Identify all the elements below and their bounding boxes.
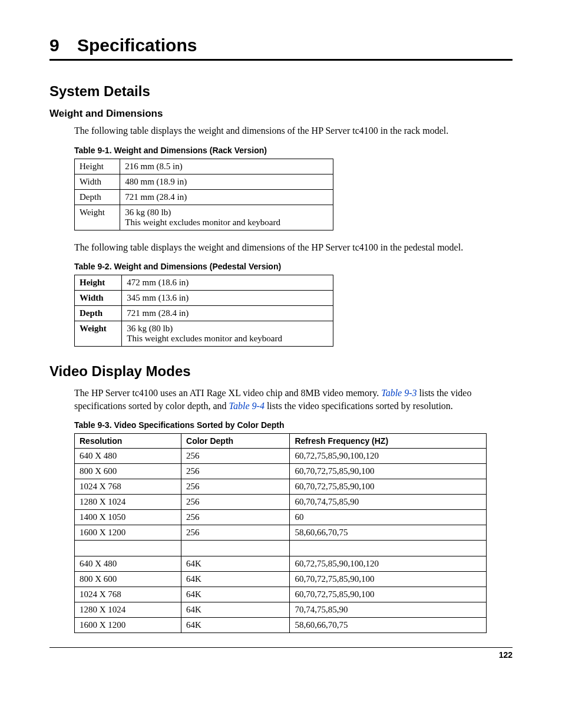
table-row: Weight 36 kg (80 lb) This weight exclude… [75, 205, 333, 230]
cell-res: 640 X 480 [75, 556, 181, 572]
cell-depth: 256 [181, 449, 290, 464]
cell-res: 640 X 480 [75, 449, 181, 464]
cell-label: Depth [75, 189, 120, 205]
weight-note: This weight excludes monitor and keyboar… [125, 218, 280, 227]
subsection-weight-dimensions: Weight and Dimensions [49, 108, 513, 120]
cell-depth: 256 [181, 464, 290, 479]
table-row: 1280 X 1024 256 60,70,74,75,85,90 [75, 495, 487, 510]
cell-label: Width [75, 174, 120, 189]
page-footer: 122 [49, 647, 513, 660]
table-row: 800 X 600 64K 60,70,72,75,85,90,100 [75, 572, 487, 587]
cell-label: Height [75, 159, 120, 174]
table-row: Depth 721 mm (28.4 in) [75, 189, 333, 205]
table-9-3-caption: Table 9-3. Video Specifications Sorted b… [74, 420, 513, 430]
para-pedestal-intro: The following table displays the weight … [74, 241, 513, 254]
table-9-2: Height 472 mm (18.6 in) Width 345 mm (13… [74, 275, 333, 347]
col-refresh-hz: Refresh Frequency (HZ) [290, 434, 487, 449]
chapter-number: 9 [49, 35, 59, 55]
cell-label: Width [75, 291, 122, 306]
table-9-2-caption: Table 9-2. Weight and Dimensions (Pedest… [74, 262, 513, 271]
cell-depth: 64K [181, 587, 290, 602]
cell-hz: 70,74,75,85,90 [290, 602, 487, 618]
cell-depth: 64K [181, 618, 290, 633]
cell-hz: 58,60,66,70,75 [290, 525, 487, 541]
blank-cell [290, 541, 487, 556]
cell-depth: 256 [181, 525, 290, 541]
table-row: 640 X 480 256 60,72,75,85,90,100,120 [75, 449, 487, 464]
chapter-title: Specifications [77, 35, 197, 55]
cell-label: Weight [75, 205, 120, 230]
para-video-intro: The HP Server tc4100 uses an ATI Rage XL… [74, 387, 513, 412]
blank-cell [181, 541, 290, 556]
cell-depth: 256 [181, 495, 290, 510]
weight-value: 36 kg (80 lb) [127, 324, 173, 333]
cell-value: 216 mm (8.5 in) [120, 159, 333, 174]
table-row: Height 472 mm (18.6 in) [75, 275, 333, 291]
cell-res: 1400 X 1050 [75, 510, 181, 525]
cell-value: 721 mm (28.4 in) [120, 189, 333, 205]
cell-value: 480 mm (18.9 in) [120, 174, 333, 189]
weight-note: This weight excludes monitor and keyboar… [127, 334, 282, 343]
cell-hz: 60 [290, 510, 487, 525]
cell-label: Depth [75, 306, 122, 321]
table-row: Width 480 mm (18.9 in) [75, 174, 333, 189]
cell-hz: 60,70,72,75,85,90,100 [290, 572, 487, 587]
section-system-details: System Details [49, 83, 513, 100]
cell-res: 800 X 600 [75, 464, 181, 479]
cell-hz: 60,72,75,85,90,100,120 [290, 556, 487, 572]
cell-label: Weight [75, 321, 122, 347]
cell-hz: 58,60,66,70,75 [290, 618, 487, 633]
table-row: 1280 X 1024 64K 70,74,75,85,90 [75, 602, 487, 618]
cell-hz: 60,70,72,75,85,90,100 [290, 479, 487, 495]
cell-value: 345 mm (13.6 in) [122, 291, 333, 306]
table-header-row: Resolution Color Depth Refresh Frequency… [75, 434, 487, 449]
table-row: 800 X 600 256 60,70,72,75,85,90,100 [75, 464, 487, 479]
table-row: 1600 X 1200 64K 58,60,66,70,75 [75, 618, 487, 633]
link-table-9-4[interactable]: Table 9-4 [229, 401, 265, 411]
cell-value: 36 kg (80 lb) This weight excludes monit… [120, 205, 333, 230]
blank-cell [75, 541, 181, 556]
table-9-1-caption: Table 9-1. Weight and Dimensions (Rack V… [74, 146, 513, 155]
cell-label: Height [75, 275, 122, 291]
cell-res: 1600 X 1200 [75, 618, 181, 633]
para-rack-intro: The following table displays the weight … [74, 124, 513, 137]
cell-res: 800 X 600 [75, 572, 181, 587]
cell-value: 36 kg (80 lb) This weight excludes monit… [122, 321, 333, 347]
table-row: 1400 X 1050 256 60 [75, 510, 487, 525]
cell-value: 472 mm (18.6 in) [122, 275, 333, 291]
page-number: 122 [499, 650, 513, 660]
chapter-heading: 9 Specifications [49, 35, 513, 61]
cell-hz: 60,70,74,75,85,90 [290, 495, 487, 510]
table-row: 640 X 480 64K 60,72,75,85,90,100,120 [75, 556, 487, 572]
cell-depth: 64K [181, 602, 290, 618]
table-row: 1024 X 768 256 60,70,72,75,85,90,100 [75, 479, 487, 495]
cell-hz: 60,70,72,75,85,90,100 [290, 464, 487, 479]
col-resolution: Resolution [75, 434, 181, 449]
table-row: 1024 X 768 64K 60,70,72,75,85,90,100 [75, 587, 487, 602]
cell-depth: 64K [181, 556, 290, 572]
table-row: Width 345 mm (13.6 in) [75, 291, 333, 306]
cell-hz: 60,72,75,85,90,100,120 [290, 449, 487, 464]
cell-res: 1024 X 768 [75, 587, 181, 602]
table-9-3: Resolution Color Depth Refresh Frequency… [74, 433, 487, 633]
text-seg: lists the video specifications sorted by… [267, 401, 453, 411]
cell-res: 1280 X 1024 [75, 495, 181, 510]
cell-res: 1280 X 1024 [75, 602, 181, 618]
link-table-9-3[interactable]: Table 9-3 [381, 388, 416, 398]
cell-hz: 60,70,72,75,85,90,100 [290, 587, 487, 602]
col-color-depth: Color Depth [181, 434, 290, 449]
cell-depth: 64K [181, 572, 290, 587]
table-row: Depth 721 mm (28.4 in) [75, 306, 333, 321]
cell-value: 721 mm (28.4 in) [122, 306, 333, 321]
weight-value: 36 kg (80 lb) [125, 207, 171, 217]
table-row: Weight 36 kg (80 lb) This weight exclude… [75, 321, 333, 347]
table-row: 1600 X 1200 256 58,60,66,70,75 [75, 525, 487, 541]
text-seg: The HP Server tc4100 uses an ATI Rage XL… [74, 388, 381, 398]
table-row-blank [75, 541, 487, 556]
cell-depth: 256 [181, 479, 290, 495]
section-video-display-modes: Video Display Modes [49, 363, 513, 380]
table-9-1: Height 216 mm (8.5 in) Width 480 mm (18.… [74, 159, 333, 230]
cell-res: 1024 X 768 [75, 479, 181, 495]
table-row: Height 216 mm (8.5 in) [75, 159, 333, 174]
cell-res: 1600 X 1200 [75, 525, 181, 541]
